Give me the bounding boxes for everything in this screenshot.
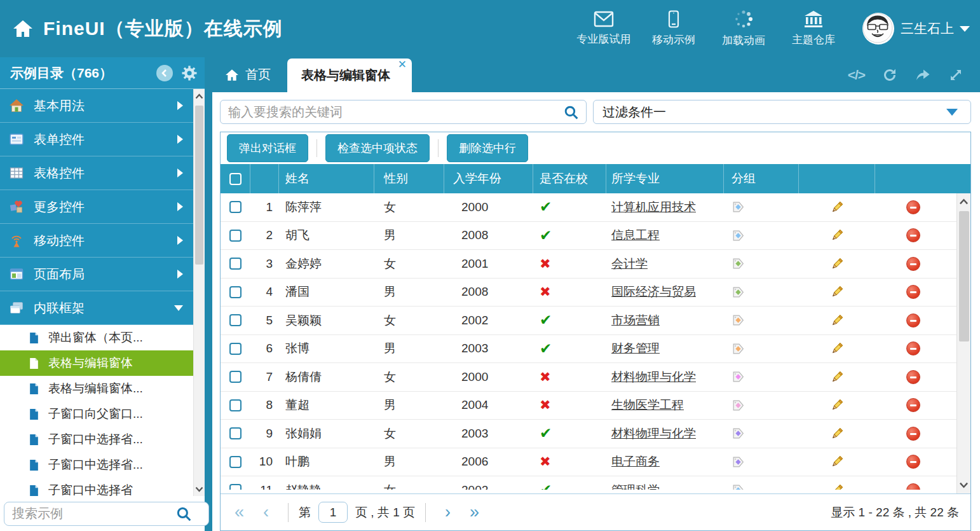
sidebar-item-mobile-controls[interactable]: 移动控件 — [0, 224, 193, 258]
sidebar-subitem[interactable]: 子窗口向父窗口... — [0, 401, 193, 427]
delete-icon[interactable] — [906, 455, 920, 469]
search-icon[interactable] — [563, 104, 579, 123]
sidebar-subitem[interactable]: 子窗口中选择省 — [0, 478, 193, 496]
refresh-icon[interactable] — [882, 67, 897, 83]
sidebar-subitem[interactable]: 子窗口中选择省... — [0, 452, 193, 478]
user-menu[interactable]: 三生石上 — [901, 20, 970, 38]
row-checkbox[interactable] — [229, 456, 242, 468]
major-link[interactable]: 生物医学工程 — [611, 397, 684, 413]
sidebar-item-grid-controls[interactable]: 表格控件 — [0, 156, 193, 190]
table-scrollbar[interactable] — [956, 193, 970, 493]
edit-icon[interactable] — [830, 228, 844, 242]
avatar[interactable] — [862, 13, 894, 45]
tab-home[interactable]: 首页 — [212, 57, 287, 92]
scrollbar-thumb[interactable] — [195, 106, 203, 265]
sidebar-item-page-layout[interactable]: 页面布局 — [0, 258, 193, 291]
open-dialog-button[interactable]: 弹出对话框 — [227, 134, 308, 162]
row-checkbox[interactable] — [229, 314, 242, 326]
collapse-sidebar-button[interactable] — [156, 65, 173, 81]
row-checkbox[interactable] — [229, 427, 242, 439]
search-icon[interactable] — [175, 506, 192, 525]
nav-theme-repo[interactable]: 主题仓库 — [779, 10, 848, 47]
scroll-down-icon[interactable] — [194, 482, 205, 496]
delete-icon[interactable] — [906, 257, 920, 271]
nav-pro-trial[interactable]: 专业版试用 — [569, 11, 639, 46]
row-checkbox[interactable] — [229, 399, 242, 411]
delete-icon[interactable] — [906, 200, 920, 214]
edit-icon[interactable] — [830, 314, 844, 328]
source-code-icon[interactable]: </> — [848, 67, 865, 83]
sidebar-item-form-controls[interactable]: 表单控件 — [0, 123, 193, 156]
scroll-up-icon[interactable] — [957, 195, 970, 209]
col-major[interactable]: 所学专业 — [606, 164, 724, 193]
delete-selected-button[interactable]: 删除选中行 — [447, 134, 528, 162]
row-checkbox[interactable] — [229, 258, 242, 270]
row-checkbox[interactable] — [229, 343, 242, 355]
edit-icon[interactable] — [830, 257, 844, 271]
filter-dropdown[interactable]: 过滤条件一 — [593, 100, 971, 124]
edit-icon[interactable] — [830, 341, 844, 355]
major-link[interactable]: 信息工程 — [611, 227, 660, 244]
scroll-down-icon[interactable] — [957, 478, 970, 492]
row-checkbox[interactable] — [229, 484, 242, 490]
delete-icon[interactable] — [906, 370, 920, 384]
page-number-input[interactable] — [318, 502, 348, 523]
scrollbar-thumb[interactable] — [959, 211, 969, 341]
scroll-up-icon[interactable] — [194, 89, 205, 103]
delete-icon[interactable] — [906, 427, 920, 441]
delete-icon[interactable] — [906, 483, 920, 490]
major-link[interactable]: 计算机应用技术 — [611, 199, 696, 216]
major-link[interactable]: 材料物理与化学 — [611, 369, 696, 385]
sidebar-item-more-controls[interactable]: 更多控件 — [0, 190, 193, 224]
edit-icon[interactable] — [830, 427, 844, 441]
expand-icon[interactable] — [948, 67, 963, 83]
prev-page-button[interactable]: ‹ — [263, 504, 269, 521]
sidebar-item-basic-usage[interactable]: 基本用法 — [0, 89, 193, 123]
sidebar-subitem[interactable]: 弹出窗体（本页... — [0, 325, 193, 350]
delete-icon[interactable] — [906, 341, 920, 355]
major-link[interactable]: 会计学 — [611, 256, 648, 272]
sidebar-subitem[interactable]: 表格与编辑窗体... — [0, 376, 193, 401]
major-link[interactable]: 国际经济与贸易 — [611, 284, 696, 300]
row-checkbox[interactable] — [229, 230, 242, 242]
edit-icon[interactable] — [830, 200, 844, 214]
edit-icon[interactable] — [830, 285, 844, 299]
first-page-button[interactable]: « — [235, 504, 244, 521]
edit-icon[interactable] — [830, 370, 844, 384]
row-checkbox[interactable] — [229, 286, 242, 298]
sidebar-item-iframe[interactable]: 内联框架 — [0, 291, 193, 325]
share-icon[interactable] — [915, 67, 931, 83]
major-link[interactable]: 电子商务 — [611, 453, 660, 470]
col-gender[interactable]: 性别 — [374, 164, 444, 193]
check-selected-button[interactable]: 检查选中项状态 — [325, 134, 430, 162]
delete-icon[interactable] — [906, 285, 920, 299]
delete-icon[interactable] — [906, 398, 920, 412]
keyword-search-input[interactable] — [220, 100, 587, 124]
edit-icon[interactable] — [830, 483, 844, 490]
nav-loading-anim[interactable]: 加载动画 — [709, 10, 779, 48]
tab-active[interactable]: 表格与编辑窗体 ✕ — [287, 59, 412, 92]
edit-icon[interactable] — [830, 398, 844, 412]
next-page-button[interactable]: › — [445, 504, 451, 521]
col-group[interactable]: 分组 — [724, 164, 799, 193]
sidebar-scrollbar[interactable] — [193, 89, 205, 496]
select-all-checkbox[interactable] — [229, 173, 242, 185]
delete-icon[interactable] — [906, 314, 920, 328]
col-at-school[interactable]: 是否在校 — [533, 164, 606, 193]
major-link[interactable]: 市场营销 — [611, 312, 660, 329]
sidebar-subitem[interactable]: 表格与编辑窗体 — [0, 350, 193, 376]
last-page-button[interactable]: » — [470, 504, 479, 521]
major-link[interactable]: 材料物理与化学 — [611, 425, 696, 442]
major-link[interactable]: 管理科学 — [611, 482, 660, 490]
row-checkbox[interactable] — [229, 371, 242, 383]
nav-mobile-demo[interactable]: 移动示例 — [639, 10, 709, 47]
gear-icon[interactable] — [182, 66, 197, 81]
delete-icon[interactable] — [906, 228, 920, 242]
sidebar-subitem[interactable]: 子窗口中选择省... — [0, 427, 193, 452]
major-link[interactable]: 财务管理 — [611, 340, 660, 357]
edit-icon[interactable] — [830, 455, 844, 469]
col-name[interactable]: 姓名 — [279, 164, 374, 193]
col-enroll-year[interactable]: 入学年份 — [444, 164, 533, 193]
close-icon[interactable]: ✕ — [398, 59, 407, 70]
row-checkbox[interactable] — [229, 201, 242, 213]
